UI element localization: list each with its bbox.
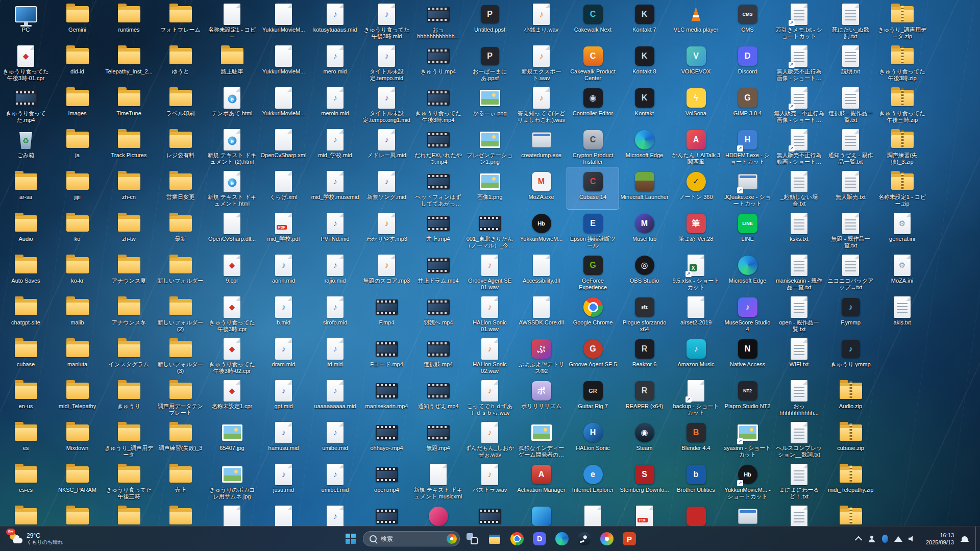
- desktop-icon[interactable]: 新規 テキスト ドキュメント.musicxml: [412, 460, 464, 502]
- desktop-icon[interactable]: [206, 502, 258, 527]
- desktop-icon[interactable]: Microsoft Edge: [722, 251, 773, 293]
- taskbar-app-edge[interactable]: [552, 529, 572, 549]
- desktop-icon[interactable]: PVTNd.mid: [309, 209, 361, 251]
- desktop-icon[interactable]: ↗ 無人販売不正行為動画 - ショートカット: [773, 126, 825, 167]
- desktop-icon[interactable]: 新規 テキスト ドキュメント (2).html: [206, 126, 258, 167]
- desktop-icon[interactable]: [52, 502, 103, 527]
- desktop-icon[interactable]: HALion Sonic 02.wav: [464, 335, 516, 377]
- desktop-icon[interactable]: manisekarin.mp4: [361, 377, 412, 418]
- taskbar-app-discord[interactable]: [529, 529, 550, 549]
- desktop-icon[interactable]: [0, 502, 52, 527]
- desktop-icon[interactable]: プレゼンテーション1.png: [464, 126, 516, 167]
- desktop-icon[interactable]: sfz Plogue sforzando x64: [619, 293, 670, 335]
- desktop-icon[interactable]: NKSC_PARAM: [52, 460, 103, 502]
- desktop-icon[interactable]: WIFI.txt: [773, 335, 825, 377]
- desktop-icon[interactable]: A Activation Manager: [516, 460, 567, 502]
- desktop-icon[interactable]: C Cakewalk Product Center: [567, 42, 619, 84]
- desktop-icon[interactable]: meroin.mid: [309, 84, 361, 126]
- desktop-icon[interactable]: 新しいフォルダー: [155, 251, 206, 293]
- desktop-icon[interactable]: ja: [52, 126, 103, 167]
- desktop-icon[interactable]: 名称未設定1.cpr: [206, 377, 258, 418]
- desktop-icon[interactable]: M MuseHub: [619, 209, 670, 251]
- desktop-icon[interactable]: zh-tw: [103, 209, 155, 251]
- desktop-icon[interactable]: general.ini: [876, 209, 928, 251]
- desktop-icon[interactable]: VLC media player: [670, 0, 722, 42]
- desktop-icon[interactable]: es: [0, 418, 52, 460]
- desktop-icon[interactable]: テンポあて.html: [206, 84, 258, 126]
- desktop-icon[interactable]: umibet.mid: [309, 460, 361, 502]
- tray-chevron-up-button[interactable]: [852, 529, 865, 549]
- desktop-icon[interactable]: cubase: [0, 335, 52, 377]
- desktop-icon[interactable]: 答え知ってて(をどりましわこれ).wav: [516, 84, 567, 126]
- desktop-icon[interactable]: 新規 テキスト ドキュメント.html: [206, 167, 258, 209]
- desktop-icon[interactable]: おーばーまにあ.ppsf: [464, 42, 516, 84]
- tray-person-button[interactable]: [866, 529, 878, 549]
- tray-wifi-button[interactable]: [892, 529, 904, 549]
- desktop-icon[interactable]: 井上ドラム.mp4: [412, 251, 464, 293]
- desktop-icon[interactable]: [670, 502, 722, 527]
- desktop-icon[interactable]: H HALion Sonic: [567, 418, 619, 460]
- desktop-icon[interactable]: くらげ.xml: [258, 167, 309, 209]
- desktop-icon[interactable]: ◎ OBS Studio: [619, 251, 670, 293]
- desktop-icon[interactable]: Untitled.ppsf: [464, 0, 516, 42]
- desktop-icon[interactable]: midi_Telepathy: [52, 377, 103, 418]
- desktop-icon[interactable]: 選択肢 - 親作品一覧.txt: [825, 84, 876, 126]
- desktop-icon[interactable]: CMS CMS: [722, 0, 773, 42]
- desktop-icon[interactable]: chatgpt-site: [0, 293, 52, 335]
- desktop-icon[interactable]: YukkuriMovieM...: [258, 84, 309, 126]
- desktop-icon[interactable]: きゅうり: [103, 377, 155, 418]
- desktop-icon[interactable]: ↗ 9.5.xlsx - ショートカット: [670, 251, 722, 293]
- desktop-icon[interactable]: M MoZA.exe: [516, 167, 567, 209]
- desktop-icon[interactable]: インスタグラム: [103, 335, 155, 377]
- desktop-icon[interactable]: [567, 502, 619, 527]
- desktop-icon[interactable]: B Blender 4.4: [670, 418, 722, 460]
- desktop-icon[interactable]: Gemini: [52, 0, 103, 42]
- desktop-icon[interactable]: b Brother Utilities: [670, 460, 722, 502]
- desktop-icon[interactable]: 無題 - 親作品一覧.txt: [825, 209, 876, 251]
- desktop-icon[interactable]: 調声練習(失敗)_3: [155, 418, 206, 460]
- desktop-icon[interactable]: OpenCvSharp.dll...: [206, 209, 258, 251]
- desktop-icon[interactable]: malib: [52, 293, 103, 335]
- search-box[interactable]: 検索: [363, 531, 460, 546]
- desktop-icon[interactable]: ぷ ぷよぷよ™テトリス®2: [516, 335, 567, 377]
- desktop-icon[interactable]: ♪ Amazon Music: [670, 335, 722, 377]
- desktop-icon[interactable]: 死にたい_ぬ歌詞.txt: [825, 0, 876, 42]
- desktop-icon[interactable]: manisekarin - 親作品一覧.txt: [773, 251, 825, 293]
- start-button[interactable]: [340, 529, 361, 549]
- desktop-icon[interactable]: A かんたん！AITalk 3 関西風: [670, 126, 722, 167]
- desktop-icon[interactable]: きゅうり食ってた午後3時-01.cpr: [0, 42, 52, 84]
- desktop-icon[interactable]: [258, 502, 309, 527]
- desktop-icon[interactable]: mid_学校.pdf: [258, 209, 309, 251]
- desktop-icon[interactable]: GR Guitar Rig 7: [567, 377, 619, 418]
- desktop-icon[interactable]: バストラ.wav: [464, 460, 516, 502]
- desktop-icon[interactable]: [722, 502, 773, 527]
- desktop-icon[interactable]: Images: [52, 84, 103, 126]
- desktop-icon[interactable]: jusu.mid: [258, 460, 309, 502]
- desktop-icon[interactable]: きゅうり食ってた午後3時.mp4: [412, 84, 464, 126]
- desktop-icon[interactable]: アナウンス夏: [103, 251, 155, 293]
- desktop-icon[interactable]: td.mid: [309, 335, 361, 377]
- desktop-icon[interactable]: きゅうり食ってた午後三時.zip: [876, 84, 928, 126]
- desktop-icon[interactable]: mid_学校.musemid: [309, 167, 361, 209]
- desktop-icon[interactable]: 新しいフォルダー (3): [155, 335, 206, 377]
- desktop-icon[interactable]: _起動しない場合.txt: [773, 167, 825, 209]
- desktop-icon[interactable]: 無題のスコア.mp3: [361, 251, 412, 293]
- desktop-icon[interactable]: cubase.zip: [825, 418, 876, 460]
- desktop-icon[interactable]: runtimes: [103, 0, 155, 42]
- desktop-icon[interactable]: きゅうり食ってた午後3時.zip: [876, 42, 928, 84]
- desktop-icon[interactable]: Groove Agent SE 01.wav: [464, 251, 516, 293]
- desktop-icon[interactable]: 売上: [155, 460, 206, 502]
- desktop-icon[interactable]: 羽我へ.mp4: [412, 293, 464, 335]
- desktop-icon[interactable]: F.mp4: [361, 293, 412, 335]
- desktop-icon[interactable]: zh-cn: [103, 167, 155, 209]
- desktop-icon[interactable]: きゅうり.ymmp: [825, 335, 876, 377]
- desktop-icon[interactable]: ずんだもん_しおかぜぉ.wav: [464, 418, 516, 460]
- desktop-icon[interactable]: 選択肢.mp4: [412, 335, 464, 377]
- notification-bell-button[interactable]: [958, 529, 971, 549]
- desktop-icon[interactable]: K Kontakt: [619, 84, 670, 126]
- desktop-icon[interactable]: [309, 502, 361, 527]
- desktop-icon[interactable]: Mixdown: [52, 418, 103, 460]
- desktop-icon[interactable]: rajio.mid: [309, 251, 361, 293]
- desktop-icon[interactable]: en-us: [0, 377, 52, 418]
- desktop-icon[interactable]: きゅうり_調声用データ.zip: [876, 0, 928, 42]
